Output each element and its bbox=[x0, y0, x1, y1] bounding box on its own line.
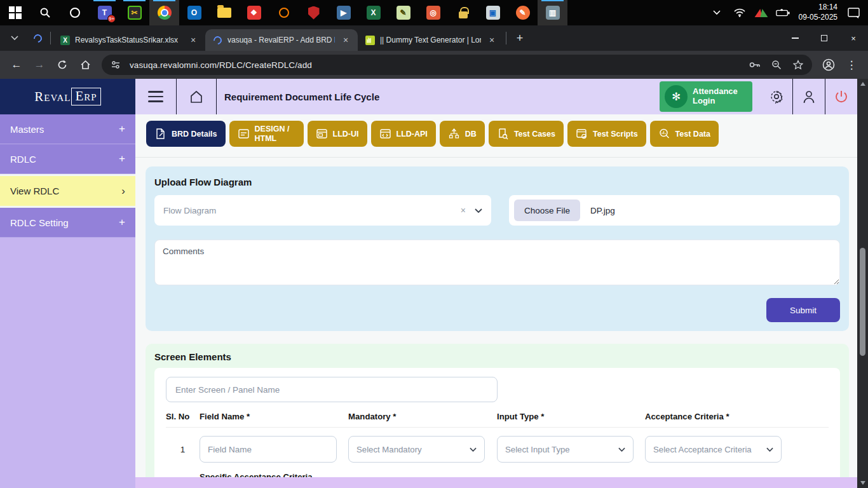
forward-icon[interactable]: → bbox=[29, 55, 50, 75]
capture-tool-icon[interactable]: ✂ bbox=[119, 0, 149, 25]
battery-charging-icon[interactable] bbox=[776, 6, 790, 20]
settings-gear-button[interactable] bbox=[760, 79, 792, 114]
file-upload-field[interactable]: Choose File DP.jpg bbox=[509, 195, 840, 226]
shutdown-app-icon[interactable]: ◎ bbox=[418, 0, 448, 25]
row-serial-number: 1 bbox=[166, 445, 200, 454]
screen-panel-name-input[interactable] bbox=[166, 377, 498, 402]
pinned-tab-favicon[interactable] bbox=[28, 29, 47, 48]
antivirus-shield-icon[interactable] bbox=[299, 0, 329, 25]
dummy-text-favicon bbox=[365, 36, 375, 45]
vpn-status-icon[interactable] bbox=[756, 8, 767, 17]
remote-window-icon[interactable]: ▣ bbox=[478, 0, 508, 25]
tab-test-cases[interactable]: Test Cases bbox=[489, 121, 564, 147]
column-header-input-type: Input Type * bbox=[497, 412, 645, 421]
tab-lld-ui[interactable]: LLD-UI bbox=[308, 121, 367, 147]
logout-power-button[interactable] bbox=[825, 79, 857, 114]
submit-button[interactable]: Submit bbox=[766, 298, 840, 322]
scrollbar-up-arrow[interactable] bbox=[857, 79, 868, 89]
excel-icon[interactable]: X bbox=[358, 0, 388, 25]
flow-diagram-select[interactable]: Flow Diagram × bbox=[154, 195, 491, 226]
database-icon bbox=[448, 128, 460, 140]
sidebar-item-view-rdlc[interactable]: View RDLC› bbox=[0, 174, 135, 208]
tray-time: 18:14 bbox=[799, 3, 837, 13]
comments-textarea[interactable] bbox=[154, 240, 840, 285]
cortana-icon[interactable] bbox=[60, 0, 90, 25]
pen-tool-icon[interactable]: ✎ bbox=[508, 0, 538, 25]
sidebar-item-rdlc[interactable]: RDLC+ bbox=[0, 144, 135, 174]
url-text[interactable]: vasuqa.revalomni.com/RDLC/CreateRDLC/add bbox=[130, 60, 741, 70]
site-settings-icon[interactable] bbox=[108, 57, 123, 72]
choose-file-button[interactable]: Choose File bbox=[514, 200, 580, 221]
input-type-select[interactable]: Select Input Type bbox=[497, 436, 634, 463]
mandatory-select[interactable]: Select Mandatory bbox=[348, 436, 485, 463]
openvpn-icon[interactable] bbox=[269, 0, 299, 25]
tray-clock[interactable]: 18:14 09-05-2025 bbox=[799, 3, 837, 22]
action-center-icon[interactable] bbox=[846, 6, 860, 20]
address-bar[interactable]: vasuqa.revalomni.com/RDLC/CreateRDLC/add bbox=[102, 55, 812, 75]
tab-close-icon[interactable]: × bbox=[486, 34, 498, 46]
new-tab-button[interactable]: + bbox=[511, 29, 529, 47]
sidebar-item-masters[interactable]: Masters+ bbox=[0, 114, 135, 144]
clear-selection-icon[interactable]: × bbox=[461, 205, 466, 215]
sidebar-item-rdlc-setting[interactable]: RDLC Setting+ bbox=[0, 208, 135, 238]
tab-test-data[interactable]: Test Data bbox=[650, 121, 719, 147]
test-scripts-icon bbox=[576, 128, 588, 140]
search-icon[interactable] bbox=[30, 0, 60, 25]
tab-excel-file[interactable]: X RevalsysTaskStatusSrikar.xlsx × bbox=[53, 29, 205, 51]
window-maximize-button[interactable] bbox=[810, 25, 839, 51]
page-scrollbar[interactable] bbox=[857, 79, 868, 488]
tray-expand-icon[interactable] bbox=[710, 6, 724, 20]
teams-icon[interactable]: T9+ bbox=[90, 0, 119, 25]
tab-test-scripts[interactable]: Test Scripts bbox=[567, 121, 646, 147]
field-name-input[interactable] bbox=[200, 436, 337, 463]
tab-search-button[interactable] bbox=[5, 29, 24, 48]
bookmark-star-icon[interactable] bbox=[790, 57, 806, 72]
home-icon[interactable] bbox=[75, 55, 95, 75]
back-icon[interactable]: ← bbox=[6, 55, 27, 75]
sidebar-toggle-button[interactable] bbox=[135, 79, 177, 114]
tab-dummy-text[interactable]: || Dummy Text Generator | Lore × bbox=[358, 29, 504, 51]
tab-db[interactable]: DB bbox=[440, 121, 485, 147]
attendance-login-button[interactable]: ✻ Attendance Login bbox=[660, 81, 752, 112]
notepad-editor-icon[interactable]: ✎ bbox=[388, 0, 418, 25]
reval-favicon bbox=[213, 36, 222, 45]
column-header-slno: Sl. No bbox=[166, 412, 200, 421]
window-close-button[interactable]: × bbox=[839, 25, 868, 51]
tab-brd-details[interactable]: BRD Details bbox=[146, 121, 226, 147]
file-explorer-icon[interactable] bbox=[209, 0, 239, 25]
scrollbar-thumb[interactable] bbox=[860, 248, 865, 356]
wifi-icon[interactable] bbox=[733, 6, 747, 20]
app-home-button[interactable] bbox=[177, 79, 217, 114]
acceptance-criteria-select[interactable]: Select Acceptance Criteria bbox=[645, 436, 782, 463]
server-monitor-icon[interactable]: ▥ bbox=[538, 0, 567, 25]
menu-kebab-icon[interactable]: ⋮ bbox=[841, 55, 862, 75]
scrollbar-down-arrow[interactable] bbox=[857, 478, 868, 488]
remote-app-icon[interactable]: ❖ bbox=[239, 0, 269, 25]
table-row: 1 Select Mandatory Select Input Type bbox=[166, 436, 829, 463]
tab-lld-api[interactable]: LLD-API bbox=[371, 121, 436, 147]
user-profile-button[interactable] bbox=[792, 79, 825, 114]
window-minimize-button[interactable] bbox=[780, 25, 810, 51]
zoom-out-icon[interactable] bbox=[769, 57, 784, 72]
hamburger-icon bbox=[148, 91, 163, 102]
design-icon bbox=[238, 128, 250, 140]
sidebar: Masters+ RDLC+ View RDLC› RDLC Setting+ bbox=[0, 114, 135, 488]
revalerp-app: RevalErp Requirement Document Life Cycle… bbox=[0, 79, 868, 488]
profile-avatar-icon[interactable] bbox=[818, 55, 839, 75]
tab-close-icon[interactable]: × bbox=[187, 34, 199, 46]
reload-icon[interactable] bbox=[52, 55, 72, 75]
chrome-icon[interactable] bbox=[149, 0, 179, 25]
tab-revalerp-active[interactable]: vasuqa - RevalERP - Add BRD D × bbox=[205, 29, 358, 51]
tab-close-icon[interactable]: × bbox=[340, 34, 351, 46]
test-data-icon bbox=[658, 128, 670, 140]
logo-block[interactable]: RevalErp bbox=[0, 79, 135, 114]
teams-badge: 9+ bbox=[107, 15, 116, 23]
outlook-icon[interactable]: O bbox=[179, 0, 209, 25]
footer-strip bbox=[135, 477, 857, 488]
media-player-icon[interactable]: ▶ bbox=[329, 0, 358, 25]
password-key-icon[interactable] bbox=[747, 57, 763, 72]
tab-design-html[interactable]: DESIGN / HTML bbox=[229, 121, 304, 147]
password-lock-icon[interactable] bbox=[448, 0, 478, 25]
upload-flow-diagram-section: Upload Flow Diagram Flow Diagram × Choos… bbox=[146, 166, 849, 331]
start-button-icon[interactable] bbox=[0, 0, 30, 25]
